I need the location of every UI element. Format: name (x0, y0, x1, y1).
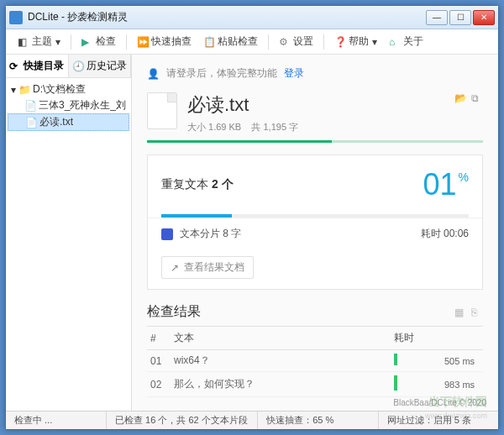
table-row[interactable]: 02 那么，如何实现？ 983 ms (147, 372, 483, 397)
chevron-down-icon: ▾ (55, 36, 60, 48)
elapsed-label: 耗时 00:06 (421, 227, 469, 241)
theme-button[interactable]: ◧ 主题 ▾ (13, 32, 66, 51)
view-result-doc-button[interactable]: ↗ 查看结果文档 (161, 256, 254, 279)
login-prompt: 👤 请登录后，体验完整功能 登录 (147, 66, 483, 81)
refresh-icon: ⟳ (9, 60, 21, 72)
document-icon (147, 92, 177, 129)
close-button[interactable]: ✕ (473, 10, 495, 25)
grid-icon[interactable]: ▦ (454, 307, 466, 318)
clipboard-icon: 📋 (203, 36, 214, 47)
gear-icon: ⚙ (279, 36, 290, 47)
sidebar: ⟳ 快捷目录 🕘 历史记录 ▾ 📁 D:\文档检查 📄 三体3_死神永生_刘 (6, 55, 132, 411)
file-tree[interactable]: ▾ 📁 D:\文档检查 📄 三体3_死神永生_刘 📄 必读.txt (6, 78, 131, 411)
status-quickpct: 快速抽查：65 % (258, 411, 378, 429)
copy-icon[interactable]: ⧉ (471, 92, 483, 104)
copyright: BlackBaa/DCLite © 2020 (393, 398, 486, 407)
theme-icon: ◧ (18, 36, 29, 47)
file-progress (147, 140, 483, 143)
dup-percent: 01% (423, 167, 470, 202)
tree-item[interactable]: 📄 三体3_死神永生_刘 (8, 97, 129, 113)
clock-icon: 🕘 (72, 60, 84, 72)
toolbar: ◧ 主题 ▾ ▶ 检查 ⏩ 快速抽查 📋 粘贴检查 ⚙ 设置 ❓ 帮助 ▾ (6, 29, 498, 55)
tab-quickdir[interactable]: ⟳ 快捷目录 (6, 55, 69, 77)
help-button[interactable]: ❓ 帮助 ▾ (329, 32, 382, 51)
home-icon: ⌂ (389, 36, 400, 47)
collapse-icon: ▾ (11, 84, 16, 96)
about-button[interactable]: ⌂ 关于 (384, 32, 428, 51)
minimize-button[interactable]: — (426, 10, 448, 25)
quickcheck-button[interactable]: ⏩ 快速抽查 (132, 32, 197, 51)
file-icon: 📄 (25, 117, 37, 128)
fastforward-icon: ⏩ (137, 36, 148, 47)
export-icon[interactable]: ⎘ (471, 307, 483, 318)
file-title: 必读.txt (187, 92, 298, 118)
file-icon: 📄 (24, 100, 36, 112)
maximize-button[interactable]: ☐ (449, 10, 471, 25)
window-title: DCLite - 抄袭检测精灵 (28, 10, 426, 24)
status-count: 已检查 16 个，共 62 个文本片段 (107, 411, 258, 429)
open-folder-icon[interactable]: 📂 (454, 92, 466, 104)
summary-card: 重复文本 2 个 01% 文本分片 8 字 耗时 00:06 ↗ (147, 155, 483, 290)
tree-root[interactable]: ▾ 📁 D:\文档检查 (8, 81, 129, 97)
content-pane: 👤 请登录后，体验完整功能 登录 必读.txt 大小 1.69 KB 共 1,1… (132, 55, 498, 411)
statusbar: 检查中 ... 已检查 16 个，共 62 个文本片段 快速抽查：65 % 网址… (6, 411, 498, 429)
chevron-down-icon: ▾ (372, 36, 377, 48)
duration-bar (394, 375, 397, 390)
check-button[interactable]: ▶ 检查 (76, 32, 121, 51)
status-checking: 检查中 ... (6, 411, 107, 429)
app-icon (9, 11, 23, 24)
duration-bar (394, 354, 397, 365)
results-heading: 检查结果 (147, 303, 201, 321)
dup-label: 重复文本 2 个 (161, 177, 234, 192)
settings-button[interactable]: ⚙ 设置 (274, 32, 318, 51)
user-icon: 👤 (147, 68, 160, 80)
file-meta: 大小 1.69 KB 共 1,195 字 (187, 121, 298, 134)
titlebar[interactable]: DCLite - 抄袭检测精灵 — ☐ ✕ (6, 6, 498, 29)
login-link[interactable]: 登录 (284, 66, 304, 81)
play-icon: ▶ (81, 36, 92, 47)
engine-icon (161, 228, 173, 240)
results-table: # 文本 耗时 01 wix64？ 505 ms 02 那么，如何实现？ (147, 326, 483, 397)
shard-label: 文本分片 8 字 (180, 227, 241, 241)
external-link-icon: ↗ (171, 262, 179, 274)
tree-item-selected[interactable]: 📄 必读.txt (8, 113, 129, 131)
tab-history[interactable]: 🕘 历史记录 (69, 55, 132, 77)
table-row[interactable]: 01 wix64？ 505 ms (147, 350, 483, 372)
pastecheck-button[interactable]: 📋 粘贴检查 (198, 32, 263, 51)
folder-icon: 📁 (18, 84, 30, 96)
status-filter: 网址过滤：启用 5 条 (379, 411, 498, 429)
dup-progressbar (161, 214, 469, 218)
app-window: DCLite - 抄袭检测精灵 — ☐ ✕ ◧ 主题 ▾ ▶ 检查 ⏩ 快速抽查… (5, 5, 499, 430)
help-icon: ❓ (334, 36, 345, 47)
